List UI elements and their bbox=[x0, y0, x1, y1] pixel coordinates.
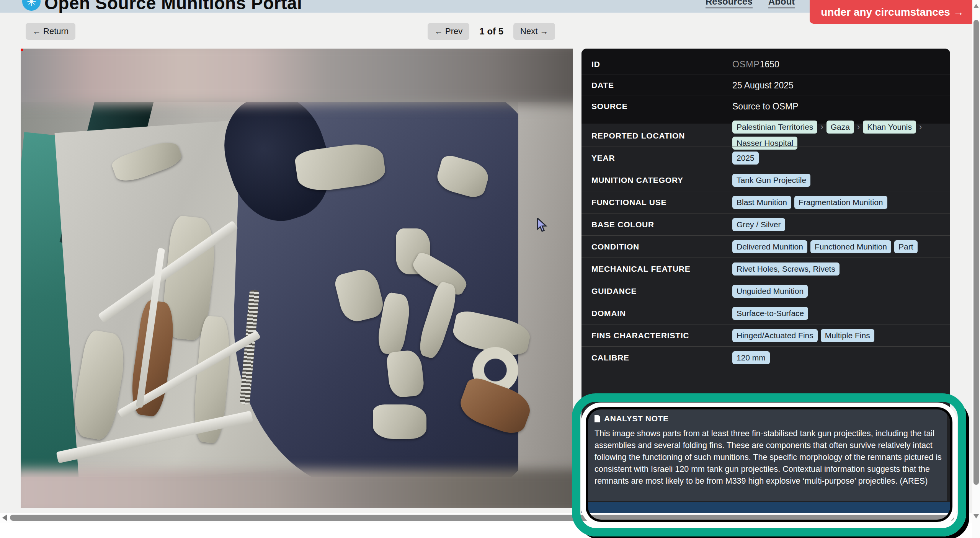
analyst-note: ANALYST NOTE This image shows parts from… bbox=[585, 406, 947, 501]
record-info-section: IDOSMP1650DATE25 August 2025SOURCESource… bbox=[581, 49, 950, 124]
attribute-tag[interactable]: Palestinian Territories bbox=[732, 121, 817, 134]
tag-list: Unguided Munition bbox=[732, 285, 941, 298]
horizontal-scrollbar-thumb[interactable] bbox=[10, 515, 954, 521]
field-label: YEAR bbox=[591, 153, 615, 163]
attribute-tag[interactable]: Rivet Holes, Screws, Rivets bbox=[732, 262, 840, 276]
pager-count: 1 of 5 bbox=[479, 26, 503, 37]
scroll-right-arrow-icon[interactable] bbox=[960, 514, 965, 521]
field-label: DOMAIN bbox=[591, 309, 626, 318]
tag-list: Blast MunitionFragmentation Munition bbox=[732, 196, 941, 209]
field-label: SOURCE bbox=[591, 102, 628, 111]
bottom-white-strip bbox=[0, 523, 980, 538]
field-label: DATE bbox=[591, 81, 614, 90]
tag-list: Grey / Silver bbox=[732, 218, 941, 231]
field-label: MECHANICAL FEATURE bbox=[591, 264, 691, 274]
attribute-tag[interactable]: 120 mm bbox=[732, 351, 770, 364]
attribute-tag[interactable]: Delivered Munition bbox=[732, 240, 807, 253]
vertical-scrollbar[interactable] bbox=[972, 0, 980, 538]
info-row: DATE25 August 2025 bbox=[581, 75, 950, 96]
tag-list: Hinged/Actuated FinsMultiple Fins bbox=[732, 329, 941, 342]
field-label: MUNITION CATEGORY bbox=[591, 176, 683, 185]
field-value: Source to OSMP bbox=[732, 101, 799, 112]
attribute-tag[interactable]: Multiple Fins bbox=[821, 329, 874, 342]
tag-list: Surface-to-Surface bbox=[732, 307, 941, 320]
attribute-row: FUNCTIONAL USEBlast MunitionFragmentatio… bbox=[581, 191, 950, 213]
detection-box bbox=[21, 49, 23, 51]
vertical-scrollbar-thumb[interactable] bbox=[973, 20, 979, 485]
scroll-up-arrow-icon[interactable] bbox=[973, 4, 979, 8]
info-row: SOURCESource to OSMP bbox=[581, 96, 950, 117]
metal-fragment bbox=[373, 404, 426, 439]
info-row: IDOSMP1650 bbox=[581, 54, 950, 75]
record-attributes-section: REPORTED LOCATIONPalestinian Territories… bbox=[581, 124, 950, 368]
attribute-row: FINS CHARACTERISTICHinged/Actuated FinsM… bbox=[581, 324, 950, 346]
field-label: ID bbox=[591, 60, 600, 68]
attribute-tag[interactable]: Unguided Munition bbox=[732, 285, 808, 298]
return-button[interactable]: ← Return bbox=[26, 23, 75, 40]
chevron-separator-icon: › bbox=[857, 122, 860, 132]
record-details-panel: IDOSMP1650DATE25 August 2025SOURCESource… bbox=[581, 49, 950, 513]
nav-link-resources[interactable]: Resources bbox=[706, 0, 753, 8]
tag-list: 2025 bbox=[732, 152, 941, 165]
attribute-row: DOMAINSurface-to-Surface bbox=[581, 302, 950, 324]
scroll-left-arrow-icon[interactable] bbox=[2, 514, 7, 521]
attribute-tag[interactable]: Part bbox=[894, 240, 918, 253]
horizontal-scrollbar[interactable] bbox=[0, 513, 972, 523]
attribute-row: YEAR2025 bbox=[581, 147, 950, 169]
id-prefix: OSMP bbox=[732, 59, 760, 69]
attribute-row: BASE COLOURGrey / Silver bbox=[581, 213, 950, 235]
scroll-down-arrow-icon[interactable] bbox=[973, 514, 979, 518]
field-label: FINS CHARACTERISTIC bbox=[591, 331, 689, 340]
field-label: FUNCTIONAL USE bbox=[591, 198, 666, 207]
pager: ← Prev 1 of 5 Next → bbox=[428, 23, 555, 40]
attribute-row: CALIBRE120 mm bbox=[581, 346, 950, 368]
field-value: 25 August 2025 bbox=[732, 80, 794, 91]
tag-list: Delivered MunitionFunctioned MunitionPar… bbox=[732, 240, 941, 253]
attribute-tag[interactable]: Tank Gun Projectile bbox=[732, 174, 810, 187]
attribute-tag[interactable]: Surface-to-Surface bbox=[732, 307, 808, 320]
photo-blur-bottom bbox=[21, 469, 573, 508]
attribute-row: MECHANICAL FEATURERivet Holes, Screws, R… bbox=[581, 258, 950, 280]
next-button[interactable]: Next → bbox=[513, 23, 555, 40]
attribute-row: MUNITION CATEGORYTank Gun Projectile bbox=[581, 169, 950, 191]
field-label: GUIDANCE bbox=[591, 287, 637, 296]
page-title: Open Source Munitions Portal bbox=[44, 0, 302, 13]
field-label: BASE COLOUR bbox=[591, 220, 654, 229]
field-label: CONDITION bbox=[591, 242, 639, 251]
chevron-separator-icon: › bbox=[919, 122, 922, 132]
field-label: REPORTED LOCATION bbox=[591, 131, 685, 140]
field-label: CALIBRE bbox=[591, 353, 629, 362]
attribute-tag[interactable]: Gaza bbox=[826, 121, 854, 134]
tag-list: Tank Gun Projectile bbox=[732, 174, 941, 187]
attribute-row: REPORTED LOCATIONPalestinian Territories… bbox=[581, 124, 950, 147]
attribute-row: GUIDANCEUnguided Munition bbox=[581, 280, 950, 302]
nav-link-about[interactable]: About bbox=[768, 0, 795, 8]
attribute-tag[interactable]: Hinged/Actuated Fins bbox=[732, 329, 818, 342]
attribute-tag[interactable]: Grey / Silver bbox=[732, 218, 785, 231]
tag-list: Rivet Holes, Screws, Rivets bbox=[732, 262, 941, 276]
panel-footer-bar bbox=[581, 502, 950, 513]
attribute-tag[interactable]: Fragmentation Munition bbox=[794, 196, 887, 209]
attribute-row: CONDITIONDelivered MunitionFunctioned Mu… bbox=[581, 235, 950, 258]
photo-blur-top bbox=[21, 49, 573, 104]
attribute-tag[interactable]: Khan Younis bbox=[863, 121, 916, 134]
attribute-tag[interactable]: 2025 bbox=[732, 152, 759, 165]
prev-button[interactable]: ← Prev bbox=[428, 23, 469, 40]
warning-banner-button[interactable]: under any circumstances → bbox=[810, 0, 975, 24]
munition-photo[interactable] bbox=[21, 49, 573, 508]
attribute-tag[interactable]: Functioned Munition bbox=[810, 240, 891, 253]
tag-list: Palestinian Territories›Gaza›Khan Younis… bbox=[732, 121, 941, 150]
tag-list: 120 mm bbox=[732, 351, 941, 364]
analyst-note-heading: ANALYST NOTE bbox=[604, 414, 669, 423]
note-document-icon bbox=[595, 415, 600, 422]
chevron-separator-icon: › bbox=[820, 122, 823, 132]
field-value: OSMP1650 bbox=[732, 59, 779, 70]
photo-scene bbox=[21, 102, 573, 477]
analyst-note-text: This image shows parts from at least thr… bbox=[595, 428, 947, 487]
attribute-tag[interactable]: Blast Munition bbox=[732, 196, 791, 209]
